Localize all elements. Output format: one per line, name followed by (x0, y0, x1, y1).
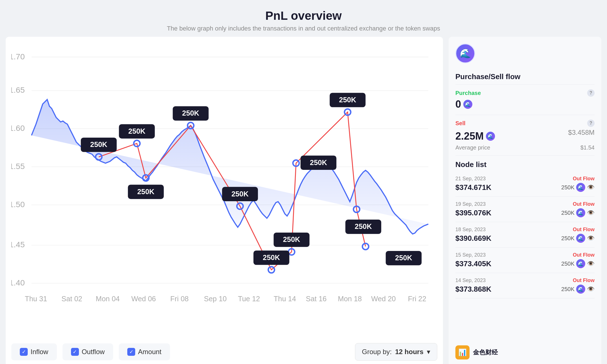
svg-text:250K: 250K (90, 140, 107, 148)
node-amount-row-4: $373.868K 250K 🌊 👁️ (455, 285, 595, 294)
node-item-0: 21 Sep, 2023 Out Flow $374.671K 250K 🌊 👁… (455, 171, 595, 197)
outflow-checkbox[interactable]: ✓ (71, 348, 79, 356)
sell-section: Sell ? 2.25M 🌊 $3.458M Average price $1.… (455, 115, 595, 156)
legend-outflow[interactable]: ✓ Outflow (63, 343, 113, 360)
purchase-value-row: 0 🌊 (455, 98, 595, 110)
group-by-selector[interactable]: Group by: 12 hours ▾ (355, 343, 437, 361)
node-amount-1: $395.076K (455, 209, 491, 217)
svg-text:Mon 04: Mon 04 (96, 295, 120, 303)
node-date-1: 19 Sep, 2023 Out Flow (455, 201, 595, 207)
svg-text:1.70: 1.70 (11, 52, 25, 61)
node-date-4: 14 Sep, 2023 Out Flow (455, 278, 595, 283)
amount-label: Amount (138, 348, 162, 356)
svg-text:Thu 31: Thu 31 (25, 295, 47, 303)
node-amount-row-3: $373.405K 250K 🌊 👁️ (455, 259, 595, 268)
node-token-icon-1: 🌊 (576, 208, 585, 217)
node-item-1: 19 Sep, 2023 Out Flow $395.076K 250K 🌊 👁… (455, 197, 595, 222)
watermark-logo-icon: 📊 (455, 345, 470, 359)
node-item-3: 15 Sep, 2023 Out Flow $373.405K 250K 🌊 👁… (455, 248, 595, 273)
avg-price-value: $1.54 (580, 144, 595, 151)
node-item-4: 14 Sep, 2023 Out Flow $373.868K 250K 🌊 👁… (455, 273, 595, 298)
svg-text:250K: 250K (310, 159, 327, 166)
legend-amount[interactable]: ✓ Amount (119, 343, 170, 360)
inflow-checkbox[interactable]: ✓ (20, 348, 28, 356)
header: PnL overview The below graph only includ… (0, 0, 607, 37)
node-amount-row-1: $395.076K 250K 🌊 👁️ (455, 208, 595, 217)
node-date-2: 18 Sep, 2023 Out Flow (455, 227, 595, 233)
page-wrapper: PnL overview The below graph only includ… (0, 0, 607, 364)
sell-usd-value: $3.458M (568, 129, 595, 136)
svg-text:Sat 16: Sat 16 (306, 295, 326, 303)
purchase-label: Purchase (455, 90, 481, 96)
price-chart: 1.70 1.65 1.60 1.55 1.50 1.45 1.40 (11, 45, 437, 337)
node-item-2: 18 Sep, 2023 Out Flow $390.669K 250K 🌊 👁… (455, 222, 595, 248)
eye-slash-icon-3[interactable]: 👁️ (587, 260, 595, 267)
avg-price-row: Average price $1.54 (455, 144, 595, 151)
purchase-value: 0 (455, 98, 461, 110)
group-by-label: Group by: (362, 348, 392, 356)
svg-text:1.55: 1.55 (11, 162, 25, 171)
chart-container: 1.70 1.65 1.60 1.55 1.50 1.45 1.40 (11, 45, 437, 337)
eye-slash-icon-4[interactable]: 👁️ (587, 285, 595, 293)
inflow-label: Inflow (31, 348, 48, 356)
svg-text:1.60: 1.60 (11, 123, 25, 133)
group-by-value: 12 hours (395, 348, 423, 356)
purchase-token-icon: 🌊 (463, 100, 472, 109)
node-token-icon-4: 🌊 (576, 285, 585, 294)
svg-text:250K: 250K (339, 96, 356, 104)
node-date-0: 21 Sep, 2023 Out Flow (455, 176, 595, 182)
svg-text:Mon 18: Mon 18 (338, 295, 362, 303)
avg-price-label: Average price (455, 144, 490, 151)
node-tokens-4: 250K 🌊 👁️ (561, 285, 595, 294)
svg-text:Wed 06: Wed 06 (131, 295, 156, 303)
dropdown-arrow-icon: ▾ (427, 348, 430, 356)
right-panel: 🌊 Purchase/Sell flow Purchase ? 0 🌊 Sell (449, 37, 601, 364)
legend-inflow[interactable]: ✓ Inflow (11, 343, 57, 360)
svg-text:Fri 22: Fri 22 (408, 295, 426, 303)
node-amount-2: $390.669K (455, 234, 491, 243)
node-amount-4: $373.868K (455, 285, 491, 294)
svg-text:250K: 250K (263, 253, 280, 261)
svg-text:1.45: 1.45 (11, 240, 25, 249)
node-amount-row-2: $390.669K 250K 🌊 👁️ (455, 234, 595, 243)
purchase-label-row: Purchase ? (455, 89, 595, 97)
node-date-3: 15 Sep, 2023 Out Flow (455, 252, 595, 258)
purchase-sell-flow-title: Purchase/Sell flow (455, 68, 595, 85)
eye-slash-icon-2[interactable]: 👁️ (587, 235, 595, 242)
svg-text:250K: 250K (137, 188, 154, 196)
node-token-icon-0: 🌊 (576, 183, 585, 192)
token-avatar: 🌊 (455, 44, 475, 63)
sell-label-row: Sell ? (455, 120, 595, 127)
svg-text:250K: 250K (128, 127, 146, 135)
svg-text:1.65: 1.65 (11, 85, 25, 94)
watermark: 📊 金色财经 (455, 340, 595, 359)
svg-text:250K: 250K (355, 222, 372, 230)
out-flow-badge-4: Out Flow (573, 278, 595, 283)
node-tokens-1: 250K 🌊 👁️ (561, 208, 595, 217)
node-tokens-0: 250K 🌊 👁️ (561, 183, 595, 192)
svg-text:1.50: 1.50 (11, 200, 25, 209)
svg-text:250K: 250K (283, 235, 300, 243)
watermark-text: 金色财经 (473, 348, 498, 357)
main-content: 1.70 1.65 1.60 1.55 1.50 1.45 1.40 (0, 37, 607, 364)
svg-text:Fri 08: Fri 08 (170, 295, 189, 303)
outflow-label: Outflow (82, 348, 105, 356)
svg-text:1.40: 1.40 (11, 278, 25, 287)
sell-value-row: 2.25M 🌊 $3.458M (455, 129, 595, 142)
purchase-help-icon[interactable]: ? (587, 89, 595, 97)
sell-help-icon[interactable]: ? (587, 120, 595, 127)
eye-slash-icon-1[interactable]: 👁️ (587, 209, 595, 216)
node-tokens-3: 250K 🌊 👁️ (561, 259, 595, 268)
node-amount-0: $374.671K (455, 183, 491, 192)
chart-area: 1.70 1.65 1.60 1.55 1.50 1.45 1.40 (6, 37, 443, 364)
svg-text:Thu 14: Thu 14 (274, 295, 296, 303)
out-flow-badge-3: Out Flow (573, 252, 595, 258)
svg-text:250K: 250K (182, 109, 199, 117)
chart-footer: ✓ Inflow ✓ Outflow ✓ Amount Group by: 12… (11, 337, 437, 361)
page-title: PnL overview (0, 9, 607, 23)
purchase-section: Purchase ? 0 🌊 (455, 85, 595, 115)
eye-slash-icon-0[interactable]: 👁️ (587, 184, 595, 191)
amount-checkbox[interactable]: ✓ (127, 348, 135, 356)
node-token-icon-2: 🌊 (576, 234, 585, 243)
svg-text:Sat 02: Sat 02 (61, 295, 82, 303)
